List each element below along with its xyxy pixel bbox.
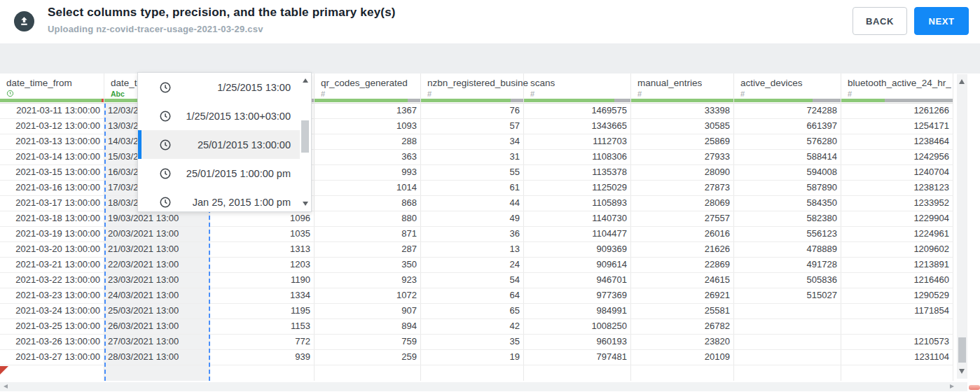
table-cell: 64 (421, 288, 524, 303)
vertical-scrollbar[interactable] (957, 74, 967, 379)
dropdown-option[interactable]: 25/01/2015 13:00:00 (138, 130, 301, 159)
table-cell: 960193 (524, 335, 631, 349)
red-scroll-indicator (969, 385, 980, 390)
scroll-up-arrow[interactable] (959, 79, 965, 84)
table-cell: 1008250 (524, 319, 631, 334)
table-cell: 76 (421, 104, 524, 118)
option-label: Jan 25, 2015 1:00 pm (172, 197, 291, 208)
vertical-scrollbar-thumb[interactable] (958, 337, 966, 363)
table-row: 2021-03-19 13:00:0020/03/2021 13:0010358… (0, 227, 953, 242)
scroll-left-arrow[interactable] (4, 384, 8, 388)
table-cell: 907 (315, 304, 421, 318)
table-cell: 25/03/2021 13:00 (104, 304, 210, 318)
column-type-indicator: # (530, 90, 534, 98)
table-row: 2021-03-27 13:00:0028/03/2021 13:0093925… (0, 350, 953, 365)
table-cell (315, 365, 421, 381)
table-cell (734, 350, 841, 365)
table-cell: 1104477 (524, 227, 631, 241)
table-row: 2021-03-18 13:00:0019/03/2021 13:0010968… (0, 211, 953, 227)
table-cell: 1242956 (841, 150, 953, 164)
table-cell (734, 319, 841, 334)
table-cell: 34 (421, 134, 524, 149)
wizard-titles: Select columns type, precision, and the … (48, 6, 396, 34)
table-cell: 880 (315, 211, 421, 226)
column-quality-bar (734, 99, 841, 102)
column-quality-bar (524, 99, 630, 102)
table-cell: 1096 (210, 211, 315, 226)
table-cell (841, 365, 953, 381)
table-cell: 1209602 (841, 242, 953, 257)
dropdown-scrollbar-thumb[interactable] (301, 120, 309, 153)
table-cell: 923 (315, 273, 421, 288)
dropdown-option[interactable]: 25/01/2015 1:00:00 pm (138, 159, 301, 188)
dropdown-scroll-down-arrow[interactable] (303, 202, 308, 206)
table-cell: 1238123 (841, 181, 953, 195)
table-row: 2021-03-22 13:00:0023/03/2021 13:0011909… (0, 273, 953, 288)
dropdown-scrollbar[interactable] (300, 73, 311, 211)
table-cell (841, 319, 953, 334)
table-cell: 1125029 (524, 181, 631, 195)
dropdown-scroll-up-arrow[interactable] (303, 78, 308, 83)
table-cell: 1112703 (524, 134, 631, 149)
table-cell: 2021-03-15 13:00:00 (0, 165, 104, 180)
column-header[interactable]: nzbn_registered_busine# (421, 74, 524, 104)
back-button[interactable]: BACK (853, 7, 907, 35)
table-cell: 42 (421, 319, 524, 334)
table-cell: 582380 (734, 211, 841, 226)
scroll-down-arrow[interactable] (959, 369, 965, 374)
scroll-right-arrow[interactable] (950, 384, 954, 388)
table-cell: 57 (421, 119, 524, 134)
column-name: date_t (111, 78, 137, 88)
column-header[interactable]: qr_codes_generated# (315, 74, 421, 104)
table-cell (210, 365, 315, 381)
table-cell: 2021-03-24 13:00:00 (0, 304, 104, 318)
table-cell: 287 (315, 242, 421, 257)
dropdown-option[interactable]: 1/25/2015 13:00 (138, 73, 301, 102)
column-quality-bar (631, 99, 733, 102)
column-name: date_time_from (6, 78, 72, 88)
date-format-options: 1/25/2015 13:001/25/2015 13:00+03:0025/0… (138, 73, 301, 212)
table-cell: 2021-03-23 13:00:00 (0, 288, 104, 303)
next-button[interactable]: NEXT (914, 7, 969, 35)
table-cell: 909614 (524, 258, 631, 272)
table-cell: 1213891 (841, 258, 953, 272)
table-cell: 576280 (734, 134, 841, 149)
table-row: 2021-03-24 13:00:0025/03/2021 13:0011959… (0, 304, 953, 319)
table-cell: 1108306 (524, 150, 631, 164)
table-row-empty (0, 365, 953, 381)
dropdown-option[interactable]: Jan 25, 2015 1:00 pm (138, 188, 301, 212)
table-cell: 1072 (315, 288, 421, 303)
horizontal-scrollbar[interactable] (0, 382, 967, 391)
column-type-indicator: # (848, 90, 852, 98)
table-cell: 661397 (734, 119, 841, 134)
column-header[interactable]: manual_entries# (631, 74, 734, 104)
table-cell: 1203 (210, 258, 315, 272)
column-header[interactable]: bluetooth_active_24_hr_# (841, 74, 953, 104)
table-cell: 2021-03-16 13:00:00 (0, 181, 104, 195)
table-cell: 1195 (210, 304, 315, 318)
table-cell: 2021-03-20 13:00:00 (0, 242, 104, 257)
table-cell: 23/03/2021 13:00 (104, 273, 210, 288)
table-cell: 25581 (631, 304, 734, 318)
table-cell: 24/03/2021 13:00 (104, 288, 210, 303)
table-cell: 2021-03-11 13:00:00 (0, 104, 104, 118)
column-header[interactable]: scans# (524, 74, 631, 104)
clock-icon (159, 110, 172, 122)
column-header[interactable]: date_time_from (0, 74, 104, 104)
column-name: scans (530, 78, 555, 88)
column-quality-bar (841, 99, 953, 102)
column-type-toolbar: Tt Date / time # $ →0.00 ←0.00 (0, 43, 980, 74)
table-cell (104, 365, 210, 381)
table-cell: 588414 (734, 150, 841, 164)
table-cell: 28090 (631, 165, 734, 180)
table-cell (734, 304, 841, 318)
table-cell: 772 (210, 335, 315, 349)
table-cell: 1313 (210, 242, 315, 257)
dropdown-option[interactable]: 1/25/2015 13:00+03:00 (138, 102, 301, 130)
table-cell: 1231104 (841, 350, 953, 365)
column-header[interactable]: active_devices# (734, 74, 841, 104)
table-row: 2021-03-20 13:00:0021/03/2021 13:0013132… (0, 242, 953, 258)
table-cell: 36 (421, 227, 524, 241)
table-cell: 33398 (631, 104, 734, 118)
table-cell: 946701 (524, 273, 631, 288)
